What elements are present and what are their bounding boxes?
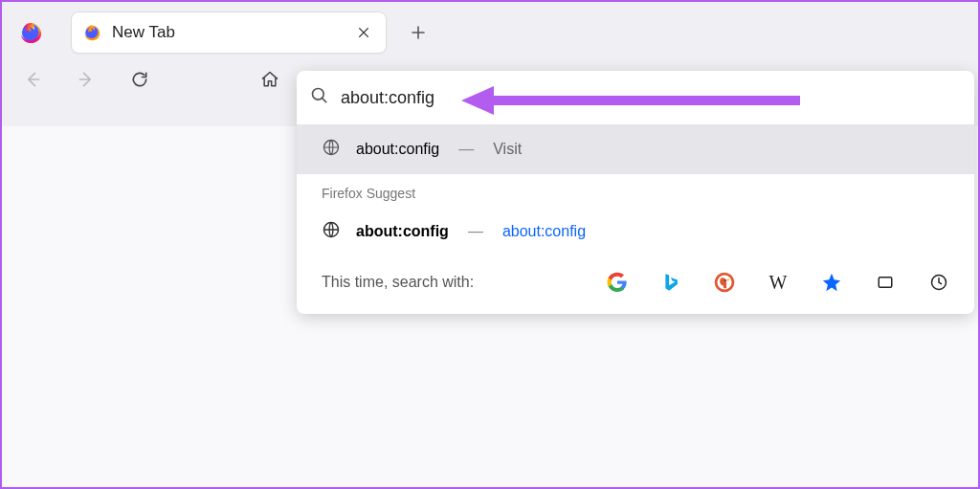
home-icon bbox=[260, 70, 279, 89]
urlbar-panel: about:config — Visit Firefox Suggest abo… bbox=[297, 71, 974, 314]
separator: — bbox=[458, 141, 474, 158]
separator: — bbox=[468, 223, 483, 240]
svg-rect-8 bbox=[879, 278, 892, 288]
tabs-icon bbox=[875, 274, 896, 291]
firefox-logo-icon bbox=[19, 21, 42, 44]
globe-icon bbox=[322, 220, 341, 243]
google-icon bbox=[607, 272, 628, 293]
duckduckgo-icon bbox=[714, 272, 735, 293]
reload-button[interactable] bbox=[122, 62, 157, 97]
close-icon bbox=[357, 26, 370, 39]
reload-icon bbox=[130, 70, 149, 89]
star-icon bbox=[821, 272, 842, 293]
suggestion-text: about:config bbox=[356, 223, 449, 240]
suggestion-text: about:config bbox=[356, 141, 439, 158]
svg-point-7 bbox=[724, 279, 726, 281]
engine-duckduckgo[interactable] bbox=[714, 272, 735, 293]
engine-google[interactable] bbox=[607, 272, 628, 293]
suggestion-firefox-suggest[interactable]: about:config — about:config bbox=[297, 207, 974, 256]
new-tab-button[interactable] bbox=[404, 18, 433, 47]
tab-close-button[interactable] bbox=[353, 22, 374, 43]
suggest-section-label: Firefox Suggest bbox=[297, 174, 974, 207]
engine-tabs[interactable] bbox=[875, 272, 896, 293]
globe-icon bbox=[322, 138, 341, 161]
firefox-favicon-icon bbox=[83, 24, 100, 41]
arrow-right-icon bbox=[77, 70, 96, 89]
arrow-left-icon bbox=[23, 70, 42, 89]
home-button[interactable] bbox=[253, 62, 287, 97]
app-menu-icon[interactable] bbox=[8, 21, 54, 44]
search-icon bbox=[310, 86, 329, 109]
search-with-label: This time, search with: bbox=[322, 274, 474, 291]
suggestion-action: Visit bbox=[493, 141, 522, 158]
engine-bing[interactable] bbox=[660, 272, 681, 293]
tab-title: New Tab bbox=[112, 23, 353, 42]
search-with-row: This time, search with: W bbox=[297, 256, 974, 314]
active-tab[interactable]: New Tab bbox=[71, 11, 387, 54]
tab-strip: New Tab bbox=[2, 2, 978, 55]
suggestion-sub: about:config bbox=[502, 223, 586, 240]
bing-icon bbox=[661, 272, 680, 293]
back-button bbox=[15, 62, 50, 97]
engine-wikipedia[interactable]: W bbox=[768, 272, 789, 293]
suggestion-visit[interactable]: about:config — Visit bbox=[297, 124, 974, 174]
plus-icon bbox=[411, 25, 426, 40]
url-input[interactable] bbox=[341, 88, 961, 108]
engine-history[interactable] bbox=[928, 272, 949, 293]
engine-bookmarks[interactable] bbox=[821, 272, 842, 293]
forward-button bbox=[69, 62, 103, 97]
history-icon bbox=[929, 273, 948, 292]
urlbar[interactable] bbox=[297, 71, 974, 124]
